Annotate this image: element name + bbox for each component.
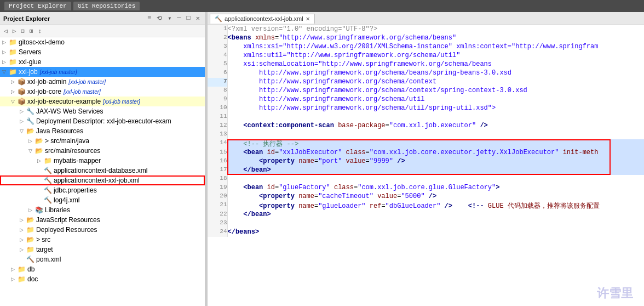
tree-item-libraries[interactable]: ▷📚Libraries — [0, 205, 205, 215]
minimize-icon[interactable]: — — [175, 14, 182, 23]
tree-arrow-icon: ▷ — [20, 237, 26, 242]
code-content-cell[interactable]: <beans xmlns="http://www.springframework… — [227, 34, 644, 43]
code-content-cell[interactable]: <?xml version="1.0" encoding="UTF-8"?> — [227, 25, 644, 34]
line-number: 16 — [208, 157, 227, 166]
project-explorer-header-tab[interactable]: Project Explorer — [4, 2, 71, 10]
collapse-all-icon[interactable]: ≡ — [146, 14, 153, 23]
tree-item-deployed-resources[interactable]: ▷📁Deployed Resources — [0, 225, 205, 235]
link-with-editor-icon[interactable]: ⊞ — [28, 26, 35, 36]
git-repos-header-tab[interactable]: Git Repositories — [73, 2, 140, 10]
editor-tab-close[interactable]: ✕ — [306, 16, 310, 22]
tree-node-icon: 📁 — [9, 48, 17, 56]
code-line-12: 12 <context:component-scan base-package=… — [208, 122, 644, 131]
tree-item-target[interactable]: ▷📁target — [0, 245, 205, 254]
project-explorer-tab[interactable]: Project Explorer — [3, 15, 50, 22]
tree-node-label: > src — [36, 236, 50, 243]
link-editor-icon[interactable]: ⟲ — [155, 14, 164, 23]
code-content-cell[interactable] — [227, 131, 644, 139]
tree-item-log4j[interactable]: 🔨log4j.xml — [0, 195, 205, 205]
line-number: 9 — [208, 95, 227, 104]
tree-item-doc[interactable]: ▷📁doc — [0, 274, 205, 284]
tree-arrow-icon: ▷ — [20, 247, 26, 252]
tree-item-xxl-job[interactable]: ▽📁xxl-job[xxl-job master] — [0, 67, 205, 77]
editor-body[interactable]: 1<?xml version="1.0" encoding="UTF-8"?>2… — [208, 25, 644, 306]
code-content-cell[interactable] — [227, 175, 644, 184]
code-content-cell[interactable]: <property name="cacheTimeout" value="500… — [227, 192, 644, 201]
line-number: 17 — [208, 166, 227, 175]
tree-node-label: JAX-WS Web Services — [36, 107, 103, 115]
tree-item-js-resources[interactable]: ▷📂JavaScript Resources — [0, 215, 205, 225]
view-menu-icon[interactable]: ↕ — [37, 27, 44, 36]
code-content-cell[interactable]: </bean> — [227, 166, 644, 175]
tree-node-icon: 📁 — [9, 68, 17, 76]
tree-node-icon: 📁 — [26, 246, 34, 253]
back-icon[interactable]: ◁ — [2, 26, 9, 36]
tree-item-java-resources[interactable]: ▽📂Java Resources — [0, 126, 205, 136]
tree-item-xxl-job-executor[interactable]: ▽📦xxl-job-executor-example[xxl-job maste… — [0, 97, 205, 106]
tree-item-xxl-job-core[interactable]: ▷📦xxl-job-core[xxl-job master] — [0, 87, 205, 97]
code-content-cell[interactable]: </beans> — [227, 228, 644, 237]
tree-node-label: JavaScript Resources — [36, 216, 100, 224]
line-number: 10 — [208, 104, 227, 113]
tree-node-label: gitosc-xxl-demo — [19, 38, 65, 46]
tree-item-jdbc-props[interactable]: 🔨jdbc.properties — [0, 185, 205, 195]
code-content-cell[interactable]: xsi:schemaLocation="http://www.springfra… — [227, 60, 644, 69]
tree-item-appctx-db[interactable]: 🔨applicationcontext-database.xml — [0, 166, 205, 175]
tree-item-deployment-desc[interactable]: ▷🔧Deployment Descriptor: xxl-job-executo… — [0, 116, 205, 126]
tree-node-badge: [xxl-job master] — [68, 79, 106, 85]
tree-node-icon: 🔨 — [44, 186, 52, 194]
tree-item-gitosc-xxl-demo[interactable]: ▷📁gitosc-xxl-demo — [0, 37, 205, 47]
code-content-cell[interactable]: <context:component-scan base-package="co… — [227, 122, 644, 131]
tree-item-src-main-resources[interactable]: ▽📂src/main/resources — [0, 146, 205, 156]
line-number: 3 — [208, 43, 227, 52]
code-content-cell[interactable]: http://www.springframework.org/schema/co… — [227, 87, 644, 95]
tree-item-pom-xml[interactable]: 🔨pom.xml — [0, 254, 205, 264]
code-content-cell[interactable]: http://www.springframework.org/schema/co… — [227, 78, 644, 87]
tree-item-src[interactable]: ▷📂> src — [0, 235, 205, 245]
code-content-cell[interactable]: <property name="port" value="9999" /> — [227, 157, 644, 166]
tree-node-label: > src/main/java — [45, 137, 89, 145]
code-content-cell[interactable]: xmlns:util="http://www.springframework.o… — [227, 52, 644, 60]
code-content-cell[interactable]: http://www.springframework.org/schema/be… — [227, 69, 644, 78]
code-line-20: 20 <property name="cacheTimeout" value="… — [208, 192, 644, 201]
tree-item-db[interactable]: ▷📁db — [0, 264, 205, 274]
line-number: 6 — [208, 69, 227, 78]
project-tree: ▷📁gitosc-xxl-demo▷📁Servers▷📁xxl-glue▽📁xx… — [0, 37, 205, 306]
code-content-cell[interactable]: </bean> — [227, 211, 644, 219]
code-content-cell[interactable]: <property name="glueLoader" ref="dbGlueL… — [227, 201, 644, 211]
tree-node-label: Java Resources — [36, 127, 83, 135]
tree-item-servers[interactable]: ▷📁Servers — [0, 47, 205, 57]
tree-node-icon: 📂 — [35, 147, 43, 155]
forward-icon[interactable]: ▷ — [11, 26, 18, 36]
code-content-cell[interactable]: http://www.springframework.org/schema/ut… — [227, 95, 644, 104]
tree-node-label: Libraries — [45, 206, 70, 214]
code-content-cell[interactable]: <bean id="glueFactory" class="com.xxl.jo… — [227, 184, 644, 192]
tree-node-icon: 📦 — [18, 78, 26, 86]
line-number: 20 — [208, 192, 227, 201]
code-content-cell[interactable]: <bean id="xxlJobExecutor" class="com.xxl… — [227, 149, 644, 157]
tree-item-mybatis-mapper[interactable]: ▷📁mybatis-mapper — [0, 156, 205, 166]
code-content-cell[interactable]: http://www.springframework.org/schema/ut… — [227, 104, 644, 113]
tree-node-icon: 🔨 — [44, 177, 52, 184]
tree-node-icon: 📂 — [26, 216, 34, 224]
panel-menu-icon[interactable]: ▾ — [166, 14, 173, 23]
tree-item-xxl-job-admin[interactable]: ▷📦xxl-job-admin[xxl-job master] — [0, 77, 205, 87]
tree-item-src-main-java[interactable]: ▷📂> src/main/java — [0, 136, 205, 146]
tree-node-label: src/main/resources — [45, 147, 100, 155]
tree-node-icon: 🔨 — [44, 196, 52, 204]
code-content-cell[interactable] — [227, 113, 644, 122]
tree-arrow-icon: ▽ — [28, 148, 35, 154]
tree-item-xxl-glue[interactable]: ▷📁xxl-glue — [0, 57, 205, 67]
collapse-icon[interactable]: ⊟ — [19, 26, 26, 36]
code-content-cell[interactable]: xmlns:xsi="http://www.w3.org/2001/XMLSch… — [227, 43, 644, 52]
tree-item-jax-ws[interactable]: ▷🔧JAX-WS Web Services — [0, 106, 205, 116]
maximize-icon[interactable]: □ — [185, 14, 192, 23]
tree-item-appctx-xxl[interactable]: 🔨applicationcontext-xxl-job.xml — [0, 175, 205, 185]
editor-tab[interactable]: 🔨 applicationcontext-xxl-job.xml ✕ — [210, 14, 315, 24]
tree-arrow-icon: ▷ — [28, 138, 35, 144]
code-content-cell[interactable] — [227, 219, 644, 228]
top-bar: Project Explorer Git Repositories — [0, 0, 644, 12]
close-panel-icon[interactable]: ✕ — [194, 14, 202, 23]
code-content-cell[interactable]: <!-- 执行器 --> — [227, 139, 644, 149]
tree-node-label: jdbc.properties — [54, 186, 97, 194]
